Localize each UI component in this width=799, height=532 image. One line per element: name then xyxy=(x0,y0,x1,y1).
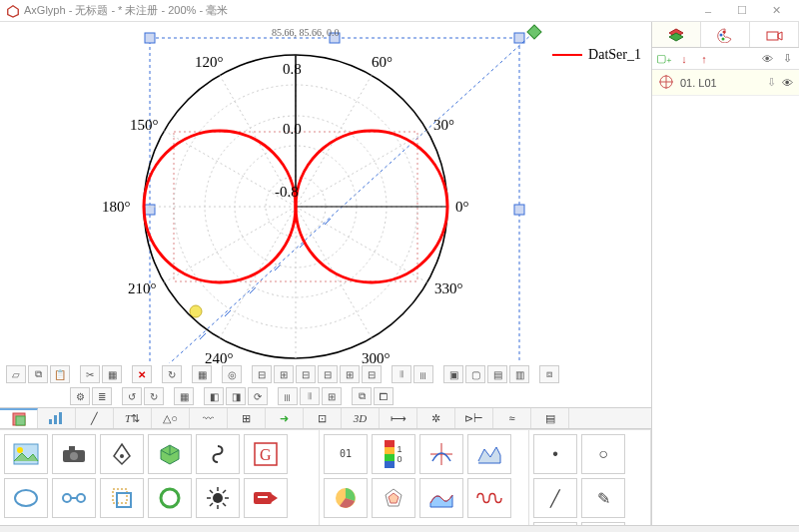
grid-icon[interactable]: ▦ xyxy=(192,365,212,383)
pal-colorbar[interactable]: 10 xyxy=(372,434,415,474)
distribute-h-icon[interactable]: ⫴ xyxy=(392,365,411,383)
paste-icon[interactable]: 📋 xyxy=(50,365,70,383)
tab-curve[interactable]: 〰 xyxy=(190,408,228,428)
props-icon[interactable]: ⚙ xyxy=(70,387,90,405)
layer-eye-icon[interactable]: 👁 xyxy=(759,51,775,67)
flip-v-icon[interactable]: ◨ xyxy=(226,387,246,405)
tab-table[interactable]: ▤ xyxy=(531,408,569,428)
rotate-icon[interactable]: ⟳ xyxy=(248,387,268,405)
unlock-icon[interactable]: ↻ xyxy=(144,387,164,405)
flip-h-icon[interactable]: ◧ xyxy=(204,387,224,405)
svg-text:300°: 300° xyxy=(362,350,391,363)
pal-pie[interactable] xyxy=(324,478,368,518)
pal-sun[interactable] xyxy=(196,478,240,518)
pal-radar[interactable] xyxy=(372,478,415,518)
pal-surface[interactable] xyxy=(419,478,463,518)
ungroup-icon[interactable]: ⧠ xyxy=(374,387,394,405)
svg-line-12 xyxy=(200,333,206,339)
tab-3d[interactable]: 3D xyxy=(342,408,380,428)
refresh-icon[interactable]: ↻ xyxy=(162,365,182,383)
align-top-icon[interactable]: ⊟ xyxy=(318,365,338,383)
snap-icon[interactable]: ▦ xyxy=(174,387,194,405)
pal-circle-small[interactable]: ○ xyxy=(581,434,625,474)
cut-icon[interactable]: ✂ xyxy=(80,365,100,383)
tab-chart[interactable] xyxy=(38,408,76,428)
side-tab-palette[interactable] xyxy=(701,22,750,47)
resize-icon[interactable]: ⊞ xyxy=(322,387,342,405)
size-h-icon[interactable]: ⫼ xyxy=(278,387,298,405)
pal-image[interactable] xyxy=(4,434,48,474)
new-doc-icon[interactable]: ▱ xyxy=(6,365,26,383)
pal-point[interactable]: • xyxy=(533,434,577,474)
layer-collapse-icon[interactable]: ⇩ xyxy=(767,76,776,89)
svg-rect-91 xyxy=(258,496,268,498)
tab-gear[interactable]: ✲ xyxy=(417,408,455,428)
svg-rect-4 xyxy=(514,33,524,43)
tab-shape[interactable]: △○ xyxy=(152,408,190,428)
tab-text[interactable]: T⇅ xyxy=(114,408,152,428)
pal-ellipse[interactable] xyxy=(4,478,48,518)
align-right-icon[interactable]: ⊟ xyxy=(296,365,316,383)
tab-wave[interactable]: ≈ xyxy=(493,408,531,428)
tab-line[interactable]: ╱ xyxy=(76,408,114,428)
tab-flow[interactable]: ⊡ xyxy=(304,408,342,428)
pal-axes[interactable] xyxy=(419,434,463,474)
maximize-button[interactable]: ☐ xyxy=(725,1,759,21)
tab-node[interactable]: ⊞ xyxy=(228,408,266,428)
copy-icon[interactable]: ⧉ xyxy=(28,365,48,383)
svg-point-81 xyxy=(213,493,223,503)
pal-ring[interactable] xyxy=(148,478,192,518)
layer-add-icon[interactable]: ▢₊ xyxy=(656,51,672,67)
pal-binary[interactable]: 01 xyxy=(324,434,368,474)
bring-front-icon[interactable]: ▣ xyxy=(443,365,463,383)
size-v-icon[interactable]: ⫴ xyxy=(300,387,320,405)
side-tab-camera[interactable] xyxy=(750,22,799,47)
svg-line-87 xyxy=(223,503,226,506)
tab-general[interactable] xyxy=(0,408,38,428)
pal-camera[interactable] xyxy=(52,434,96,474)
backward-icon[interactable]: ▥ xyxy=(509,365,529,383)
layers-icon[interactable]: ≣ xyxy=(92,387,112,405)
layer-visible-icon[interactable]: 👁 xyxy=(782,77,793,89)
clipboard-icon[interactable]: ▦ xyxy=(102,365,122,383)
crop-icon[interactable]: ⧈ xyxy=(539,365,559,383)
align-middle-icon[interactable]: ⊞ xyxy=(340,365,360,383)
palette-group-1: G xyxy=(0,430,320,525)
pal-line-seg[interactable]: ╱ xyxy=(533,478,577,518)
pal-pencil[interactable]: ✎ xyxy=(581,478,625,518)
pal-pen[interactable] xyxy=(100,434,144,474)
align-center-h-icon[interactable]: ⊞ xyxy=(274,365,294,383)
group-icon[interactable]: ⧉ xyxy=(352,387,372,405)
layer-down-icon[interactable]: ↓ xyxy=(676,51,692,67)
delete-icon[interactable]: ✕ xyxy=(132,365,152,383)
layer-row-1[interactable]: 01. L01 ⇩ 👁 xyxy=(652,70,799,96)
target-icon[interactable]: ◎ xyxy=(222,365,242,383)
minimize-button[interactable]: – xyxy=(691,1,725,21)
pal-coil[interactable] xyxy=(467,478,511,518)
polar-chart[interactable]: 85.66, 85.66, 0.0 0° 30° 60° 0.8 120° 15… xyxy=(0,22,639,363)
tab-arrow[interactable]: ➜ xyxy=(266,408,304,428)
align-left-icon[interactable]: ⊟ xyxy=(252,365,272,383)
pal-glyph[interactable]: G xyxy=(244,434,288,474)
pal-label[interactable] xyxy=(244,478,288,518)
pal-3dcube[interactable] xyxy=(148,434,192,474)
forward-icon[interactable]: ▤ xyxy=(487,365,507,383)
svg-point-107 xyxy=(720,33,723,36)
close-button[interactable]: ✕ xyxy=(759,1,793,21)
layer-menu-icon[interactable]: ⇩ xyxy=(779,51,795,67)
pal-link[interactable] xyxy=(52,478,96,518)
distribute-v-icon[interactable]: ⫼ xyxy=(413,365,433,383)
canvas[interactable]: 85.66, 85.66, 0.0 0° 30° 60° 0.8 120° 15… xyxy=(0,22,651,363)
tab-dimension[interactable]: ⟼ xyxy=(380,408,417,428)
layer-up-icon[interactable]: ↑ xyxy=(696,51,712,67)
lock-icon[interactable]: ↺ xyxy=(122,387,142,405)
pal-area-chart[interactable] xyxy=(467,434,511,474)
pal-transform[interactable] xyxy=(100,478,144,518)
side-tab-layers[interactable] xyxy=(652,22,701,47)
align-bottom-icon[interactable]: ⊟ xyxy=(362,365,382,383)
tab-circuit[interactable]: ⊳⊢ xyxy=(455,408,493,428)
tick-labels: 85.66, 85.66, 0.0 0° 30° 60° 0.8 120° 15… xyxy=(102,27,469,363)
send-back-icon[interactable]: ▢ xyxy=(465,365,485,383)
svg-rect-2 xyxy=(145,33,155,43)
pal-swirl[interactable] xyxy=(196,434,240,474)
